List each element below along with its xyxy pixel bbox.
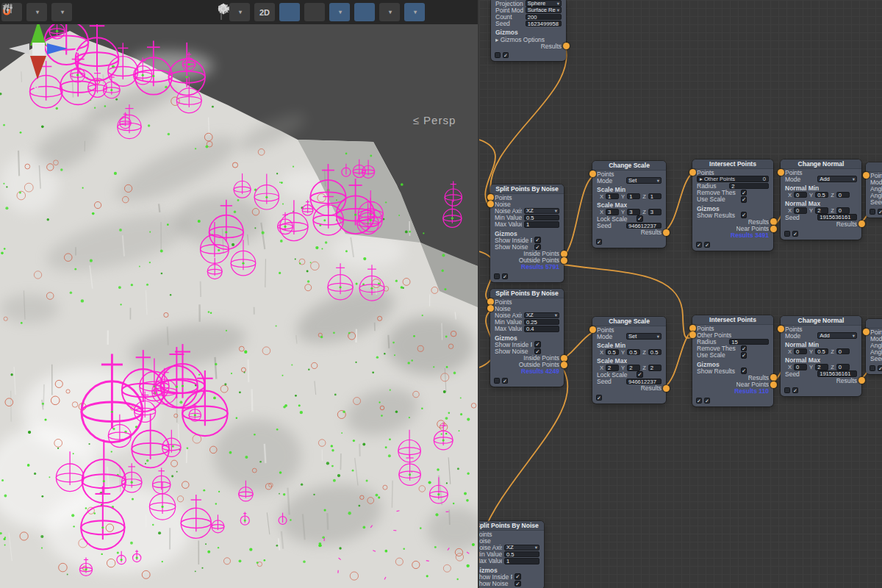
- 2d-view-toggle[interactable]: 2D: [254, 3, 275, 21]
- footer-toggle-0[interactable]: [784, 387, 790, 393]
- output-port-outside-points[interactable]: [561, 362, 567, 368]
- seed-field[interactable]: 1915636161: [817, 370, 857, 377]
- max-value-field[interactable]: 1: [524, 221, 559, 228]
- footer-toggle-1[interactable]: ✓: [792, 231, 798, 237]
- shading-mode-menu[interactable]: ▾: [229, 3, 250, 21]
- footer-toggle-0[interactable]: [870, 365, 875, 371]
- remove-thes-checkbox[interactable]: ✓: [741, 345, 747, 352]
- axis-z-field[interactable]: 2: [648, 365, 662, 371]
- input-port-points[interactable]: [589, 326, 596, 333]
- axis-left-cone[interactable]: [9, 43, 29, 54]
- footer-toggle-0[interactable]: ✓: [696, 398, 702, 404]
- input-port-points[interactable]: [778, 326, 784, 332]
- output-port-results[interactable]: [770, 218, 777, 225]
- show-noise-checkbox[interactable]: ✓: [534, 244, 541, 251]
- axis-y-field[interactable]: 1: [627, 193, 640, 200]
- use-scale-checkbox[interactable]: ✓: [741, 352, 747, 359]
- scene-lighting-toggle[interactable]: [279, 3, 300, 21]
- noise-axis-dropdown[interactable]: XZ▾: [524, 312, 559, 319]
- grid-snap-toggle[interactable]: ▾: [26, 3, 47, 21]
- input-port-points[interactable]: [689, 169, 696, 176]
- input-port-points[interactable]: [863, 172, 870, 179]
- gizmos-options-foldout[interactable]: ▸ Gizmos Options: [495, 36, 545, 43]
- max-value-field[interactable]: 0.4: [524, 326, 559, 332]
- hidden-objects-toggle[interactable]: [354, 3, 375, 21]
- input-port-points[interactable]: [487, 194, 494, 201]
- output-port-inside-points[interactable]: [561, 251, 567, 257]
- input-port-points[interactable]: [778, 169, 784, 176]
- footer-toggle-0[interactable]: [494, 273, 500, 279]
- input-port-noise[interactable]: [487, 201, 494, 207]
- footer-toggle-0[interactable]: [870, 209, 875, 215]
- axis-x-cone[interactable]: [30, 56, 46, 79]
- output-port-results[interactable]: [563, 43, 570, 49]
- chevron-down-icon[interactable]: ▾: [414, 10, 417, 15]
- output-port-inside-points[interactable]: [561, 355, 567, 362]
- projection-t-dropdown[interactable]: Sphere▾: [526, 0, 562, 7]
- axis-y-field[interactable]: 2: [627, 365, 640, 371]
- perspective-toggle[interactable]: ≤ Persp: [394, 114, 475, 126]
- footer-toggle-0[interactable]: [495, 52, 501, 58]
- axis-z-field[interactable]: 0: [836, 207, 850, 214]
- show-noise-checkbox[interactable]: ✓: [534, 348, 541, 355]
- axis-z-cone[interactable]: [47, 43, 68, 54]
- mode-dropdown[interactable]: Set▾: [626, 333, 662, 340]
- input-port-points[interactable]: [689, 325, 696, 331]
- footer-toggle-1[interactable]: ✓: [502, 378, 508, 384]
- footer-toggle-1[interactable]: ✓: [878, 365, 882, 371]
- input-port-points[interactable]: [863, 329, 870, 335]
- axis-y-field[interactable]: 0.5: [815, 348, 828, 355]
- node-change-normal-1[interactable]: Change NormalPointsModeAdd▾Normal MinX0Y…: [781, 159, 861, 240]
- remove-thes-checkbox[interactable]: ✓: [741, 190, 747, 196]
- output-port-outside-points[interactable]: [561, 257, 567, 264]
- output-port-results[interactable]: [770, 374, 777, 381]
- node-intersect-points-2[interactable]: Intersect PointsPointsOther PointsRadius…: [692, 315, 773, 406]
- output-port-results[interactable]: [858, 220, 865, 227]
- footer-toggle-1[interactable]: ✓: [502, 273, 508, 279]
- input-port-other-points[interactable]: [689, 331, 696, 338]
- node-projection[interactable]: Projection tSphere▾Point ModeSurface Re▾…: [491, 0, 566, 61]
- effects-menu[interactable]: ▾: [329, 3, 350, 21]
- axis-x-field[interactable]: 2: [606, 365, 619, 371]
- show-inside-p-checkbox[interactable]: ✓: [514, 573, 521, 580]
- axis-x-field[interactable]: 0.5: [606, 349, 619, 356]
- axis-y-field[interactable]: 0.5: [627, 349, 640, 356]
- lock-scale-checkbox[interactable]: ✓: [637, 215, 643, 222]
- show-inside-p-checkbox[interactable]: ✓: [534, 237, 541, 243]
- chevron-down-icon[interactable]: ▾: [389, 10, 392, 15]
- show-results-checkbox[interactable]: ✓: [741, 368, 747, 374]
- axis-z-field[interactable]: 1: [648, 193, 662, 200]
- node-change-normal-2[interactable]: Change NormalPointsModeAdd▾Normal MinX0Y…: [781, 316, 861, 396]
- axis-x-field[interactable]: 1: [606, 193, 619, 200]
- node-intersect-points-1[interactable]: Intersect PointsPoints▸ Other Points0Rad…: [692, 159, 773, 251]
- seed-field[interactable]: 946612237: [626, 223, 662, 229]
- noise-axis-dropdown[interactable]: XZ▾: [504, 545, 539, 551]
- node-change-scale-1[interactable]: Change ScalePointsModeSet▾Scale MinX1Y1Z…: [592, 161, 666, 248]
- axis-y-field[interactable]: 2: [815, 207, 828, 214]
- node-change-scale-2[interactable]: Change ScalePointsModeSet▾Scale MinX0.5Y…: [592, 317, 666, 404]
- footer-toggle-1[interactable]: ✓: [704, 398, 710, 404]
- axis-x-field[interactable]: 0: [794, 364, 807, 370]
- seed-field[interactable]: 1623499958: [526, 21, 562, 27]
- gizmos-menu[interactable]: ▾: [404, 3, 425, 21]
- output-port-near-points[interactable]: [770, 226, 777, 232]
- input-port-points[interactable]: [487, 298, 494, 305]
- seed-field[interactable]: 946612237: [626, 379, 662, 385]
- axis-x-field[interactable]: 0: [794, 192, 807, 198]
- node-partial-right-1[interactable]: PointsModeAngleAngleSeed✓: [866, 162, 882, 218]
- axis-y-field[interactable]: 2: [815, 364, 828, 370]
- point-mode-dropdown[interactable]: Surface Re▾: [526, 7, 562, 13]
- footer-toggle-0[interactable]: ✓: [696, 242, 702, 248]
- footer-toggle-1[interactable]: ✓: [704, 242, 710, 248]
- axis-y-cone[interactable]: [30, 21, 46, 46]
- axis-z-field[interactable]: 3: [648, 209, 662, 215]
- noise-axis-dropdown[interactable]: XZ▾: [524, 208, 559, 215]
- output-port-results[interactable]: [663, 229, 670, 236]
- scene-viewport[interactable]: ▾▾▾2D▾▾▾ y z x ≤ Persp: [0, 0, 478, 588]
- axis-x-field[interactable]: 0: [794, 348, 807, 355]
- chevron-down-icon[interactable]: ▾: [61, 10, 64, 15]
- camera-menu[interactable]: ▾: [379, 3, 400, 21]
- show-results-checkbox[interactable]: ✓: [741, 212, 747, 218]
- axis-y-field[interactable]: 3: [627, 209, 640, 215]
- lock-scale-checkbox[interactable]: ✓: [637, 371, 643, 378]
